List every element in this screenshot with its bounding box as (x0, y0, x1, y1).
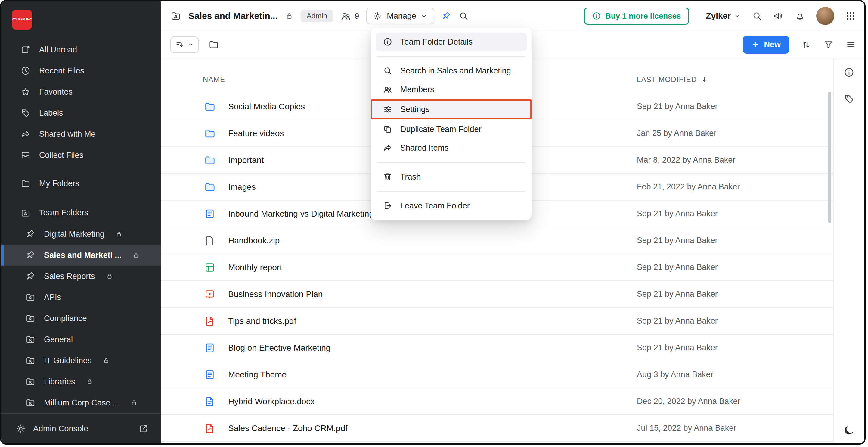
folder-view-icon[interactable] (208, 39, 219, 50)
pin-icon (25, 229, 35, 239)
labels-icon[interactable] (844, 93, 855, 104)
menu-item-leave-team-folder[interactable]: Leave Team Folder (376, 197, 527, 215)
menu-item-team-folder-details[interactable]: Team Folder Details (376, 33, 527, 51)
menu-item-members[interactable]: Members (376, 80, 527, 99)
last-modified: Mar 8, 2022 by Anna Baker (637, 155, 735, 165)
team-folder-icon (25, 355, 35, 366)
table-row-tips-and-tricks-pdf[interactable]: Tips and tricks.pdf Sep 21 by Anna Baker (161, 308, 833, 335)
folder-icon (21, 179, 31, 189)
sidebar-item-label: Labels (39, 109, 63, 118)
team-folder-icon (25, 397, 35, 408)
sidebar-item-collect-files[interactable]: Collect Files (1, 145, 161, 166)
notifications-icon[interactable] (795, 10, 805, 21)
details-icon[interactable] (844, 67, 855, 78)
announcement-icon[interactable] (773, 10, 784, 21)
sort-lines-icon (175, 40, 184, 49)
file-zip-icon (204, 235, 216, 246)
sort-order-icon[interactable] (801, 39, 811, 50)
sidebar-item-label: Recent Files (39, 66, 84, 76)
account-menu[interactable]: Zylker (706, 11, 741, 21)
popout-icon[interactable] (138, 423, 149, 434)
file-name[interactable]: Sales Cadence - Zoho CRM.pdf (228, 423, 637, 433)
sidebar-item-all-unread[interactable]: All Unread (1, 39, 161, 60)
team-folder-item-sales-reports[interactable]: Sales Reports (1, 266, 161, 287)
team-folder-icon (25, 292, 35, 302)
list-view-icon[interactable] (846, 39, 856, 50)
sidebar-item-favorites[interactable]: Favorites (1, 81, 161, 102)
chevron-down-icon (734, 12, 741, 20)
table-row-monthly-report[interactable]: Monthly report Sep 21 by Anna Baker (161, 254, 833, 281)
lock-icon (115, 231, 123, 238)
team-folder-item-apis[interactable]: APIs (1, 287, 161, 308)
last-modified: Sep 21 by Anna Baker (637, 263, 718, 272)
file-name[interactable]: Blog on Effective Marketing (228, 343, 637, 353)
file-show-icon (204, 289, 216, 300)
file-name[interactable]: Tips and tricks.pdf (228, 316, 637, 326)
file-name[interactable]: Meeting Theme (228, 370, 637, 380)
file-folder-icon (204, 154, 216, 166)
sidebar-item-label: Shared with Me (39, 129, 96, 139)
table-row-handbook-zip[interactable]: Handbook.zip Sep 21 by Anna Baker (161, 228, 833, 254)
scrollbar[interactable] (828, 92, 831, 223)
sidebar-item-labels[interactable]: Labels (1, 102, 161, 123)
file-sheet-icon (204, 262, 216, 273)
avatar[interactable] (816, 7, 834, 25)
table-row-business-innovation-plan[interactable]: Business Innovation Plan Sep 21 by Anna … (161, 281, 833, 308)
table-row-blog-on-effective-marketing[interactable]: Blog on Effective Marketing Sep 21 by An… (161, 335, 833, 361)
sidebar-item-team-folders[interactable]: Team Folders (1, 203, 161, 223)
menu-item-shared-items[interactable]: Shared Items (376, 139, 527, 157)
manage-button[interactable]: Manage (366, 7, 434, 24)
file-name[interactable]: Hybrid Workplace.docx (228, 397, 637, 406)
file-name[interactable]: Monthly report (228, 263, 637, 272)
menu-divider (377, 56, 526, 57)
menu-item-trash[interactable]: Trash (376, 168, 527, 186)
search-icon[interactable] (458, 11, 469, 21)
team-folder-item-libraries[interactable]: Libraries (1, 371, 161, 392)
menu-divider (377, 191, 526, 191)
shared-icon (21, 129, 31, 139)
column-last-modified[interactable]: LAST MODIFIED (637, 75, 708, 84)
menu-item-settings[interactable]: Settings (371, 99, 531, 119)
file-folder-icon (204, 181, 216, 193)
filter-icon[interactable] (824, 39, 834, 50)
chevron-down-icon (188, 41, 194, 48)
apps-grid-icon[interactable] (845, 10, 856, 21)
sidebar-item-my-folders[interactable]: My Folders (1, 174, 161, 194)
toolbar-right: New (743, 36, 856, 54)
file-name[interactable]: Business Innovation Plan (228, 290, 637, 299)
file-name[interactable]: Handbook.zip (228, 236, 637, 245)
team-folder-icon (21, 208, 31, 218)
sidebar: ZYLKER INC All Unread Recent Files Favor… (1, 1, 161, 443)
label-icon (21, 108, 31, 118)
last-modified: Sep 21 by Anna Baker (637, 316, 718, 326)
team-folder-item-digital-marketing[interactable]: Digital Marketing (1, 224, 161, 245)
menu-item-duplicate-team-folder[interactable]: Duplicate Team Folder (376, 120, 527, 139)
buy-licenses-button[interactable]: Buy 1 more licenses (584, 7, 689, 25)
team-folder-item-general[interactable]: General (1, 329, 161, 350)
admin-badge: Admin (301, 10, 333, 22)
last-modified: Aug 3 by Anna Baker (637, 370, 713, 379)
team-folder-item-it-guidelines[interactable]: IT Guidelines (1, 350, 161, 371)
zylker-logo[interactable]: ZYLKER INC (12, 10, 32, 30)
sidebar-item-shared-with-me[interactable]: Shared with Me (1, 123, 161, 145)
team-folder-item-compliance[interactable]: Compliance (1, 308, 161, 329)
menu-item-search-in-sales-and-marketing[interactable]: Search in Sales and Marketing (376, 61, 527, 80)
view-toggle-button[interactable] (170, 36, 199, 53)
members-button[interactable]: 9 (340, 10, 359, 21)
sidebar-item-recent-files[interactable]: Recent Files (1, 60, 161, 81)
file-folder-icon (204, 101, 216, 112)
last-modified: Feb 21, 2022 by Anna Baker (637, 182, 740, 191)
team-folder-item-millium-corp-case[interactable]: Millium Corp Case ... (1, 392, 161, 413)
table-row-sales-cadence-zoho-crm-pdf[interactable]: Sales Cadence - Zoho CRM.pdf Jul 15, 202… (161, 415, 833, 442)
members-count: 9 (355, 11, 359, 21)
team-folder-item-sales-and-marketi[interactable]: Sales and Marketi ... (1, 245, 161, 266)
info-icon (592, 11, 601, 21)
pin-icon[interactable] (441, 11, 451, 21)
table-row-meeting-theme[interactable]: Meeting Theme Aug 3 by Anna Baker (161, 361, 833, 388)
admin-console[interactable]: Admin Console (1, 413, 161, 443)
search-icon[interactable] (752, 11, 762, 21)
dark-mode-icon[interactable] (843, 424, 855, 436)
new-button[interactable]: New (743, 36, 789, 54)
team-folder-icon (170, 10, 181, 21)
table-row-hybrid-workplace-docx[interactable]: Hybrid Workplace.docx Dec 20, 2022 by An… (161, 388, 833, 415)
